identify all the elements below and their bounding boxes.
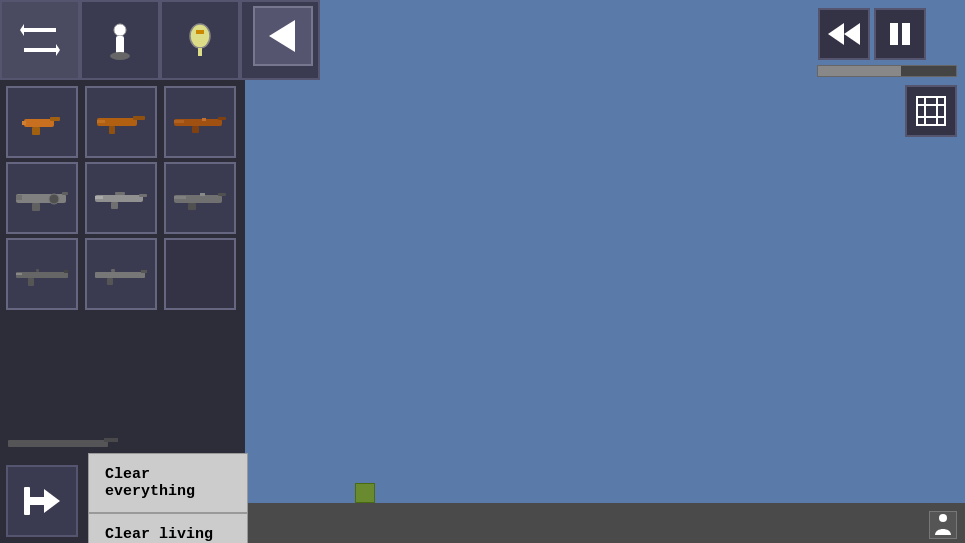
back-button[interactable] (253, 6, 313, 66)
svg-rect-59 (917, 97, 945, 125)
weapon-sniper2[interactable] (85, 238, 157, 310)
svg-rect-23 (202, 118, 206, 121)
grid-button[interactable] (905, 85, 957, 137)
weapon-sniper1[interactable] (6, 238, 78, 310)
extra-weapon-icon (6, 433, 126, 453)
rewind-button[interactable] (818, 8, 870, 60)
clear-everything-button[interactable]: Clear everything (88, 453, 248, 513)
svg-rect-22 (174, 120, 184, 123)
exit-button[interactable] (6, 465, 78, 537)
svg-rect-41 (36, 269, 39, 272)
switch-button[interactable] (0, 0, 80, 80)
sniper2-icon (93, 259, 149, 289)
svg-rect-42 (28, 278, 34, 286)
svg-rect-8 (196, 30, 204, 34)
svg-marker-2 (56, 44, 60, 56)
weapon-empty[interactable] (164, 238, 236, 310)
svg-marker-52 (844, 23, 860, 45)
svg-rect-38 (174, 196, 186, 199)
shotgun-icon (93, 183, 149, 213)
svg-rect-48 (8, 440, 108, 447)
pistol-icon (14, 107, 70, 137)
svg-rect-46 (111, 269, 115, 272)
svg-rect-31 (115, 192, 125, 195)
top-toolbar: ? (0, 0, 245, 80)
grid-icon (913, 93, 949, 129)
svg-point-7 (190, 24, 210, 48)
rifle-icon (172, 107, 228, 137)
rewind-icon (826, 19, 862, 49)
svg-rect-44 (95, 272, 145, 278)
smg-icon (93, 107, 149, 137)
svg-rect-12 (50, 117, 60, 121)
weapon-lmg[interactable] (6, 162, 78, 234)
svg-rect-49 (104, 438, 118, 442)
exit-icon (20, 479, 64, 523)
svg-point-4 (114, 24, 126, 36)
svg-rect-45 (141, 270, 147, 273)
svg-rect-13 (32, 127, 40, 135)
progress-bar (817, 65, 957, 77)
weapon-shotgun[interactable] (85, 162, 157, 234)
svg-rect-53 (890, 23, 898, 45)
svg-rect-9 (198, 48, 202, 56)
svg-rect-35 (218, 193, 226, 196)
svg-rect-18 (97, 120, 105, 123)
weapon-smg[interactable] (85, 86, 157, 158)
ar-icon (172, 183, 228, 213)
svg-marker-50 (269, 20, 295, 52)
svg-marker-51 (828, 23, 844, 45)
svg-rect-39 (16, 272, 68, 278)
item-button[interactable] (160, 0, 240, 80)
weapon-rifle[interactable] (164, 86, 236, 158)
svg-rect-43 (16, 273, 22, 275)
svg-rect-5 (116, 36, 124, 54)
svg-rect-3 (24, 48, 56, 52)
svg-rect-32 (111, 202, 118, 209)
svg-rect-36 (188, 203, 196, 210)
svg-rect-20 (218, 117, 226, 120)
move-button[interactable] (80, 0, 160, 80)
svg-rect-40 (64, 270, 68, 273)
game-area[interactable] (245, 0, 965, 543)
svg-rect-25 (62, 192, 68, 195)
svg-rect-17 (109, 126, 115, 134)
weapon-ar[interactable] (164, 162, 236, 234)
back-arrow-icon (267, 18, 299, 54)
progress-fill (818, 66, 901, 76)
svg-marker-1 (20, 24, 24, 36)
svg-marker-62 (44, 489, 60, 513)
clear-living-button[interactable]: Clear living (88, 513, 248, 543)
sniper1-icon (14, 259, 70, 289)
person-icon-button[interactable] (929, 511, 957, 539)
pause-button[interactable] (874, 8, 926, 60)
move-icon (102, 20, 138, 60)
svg-rect-26 (32, 203, 40, 211)
person-icon (933, 513, 953, 537)
svg-rect-63 (24, 487, 30, 515)
svg-point-27 (49, 194, 59, 204)
svg-rect-11 (24, 119, 54, 127)
svg-point-6 (110, 52, 130, 60)
item-icon (182, 20, 218, 60)
svg-rect-0 (24, 28, 56, 32)
svg-rect-33 (95, 196, 103, 199)
pause-icon (886, 19, 914, 49)
svg-rect-14 (22, 121, 26, 125)
svg-rect-28 (16, 195, 22, 200)
svg-rect-16 (133, 116, 145, 120)
extra-weapon-area (6, 433, 126, 453)
svg-rect-37 (200, 193, 205, 196)
svg-rect-47 (107, 278, 113, 285)
game-entity (355, 483, 375, 503)
svg-rect-21 (192, 126, 199, 133)
svg-rect-54 (902, 23, 910, 45)
svg-point-60 (939, 514, 947, 522)
ground (245, 503, 965, 543)
lmg-icon (14, 183, 70, 213)
svg-rect-30 (139, 194, 147, 197)
switch-icon (20, 22, 60, 58)
weapon-pistol[interactable] (6, 86, 78, 158)
